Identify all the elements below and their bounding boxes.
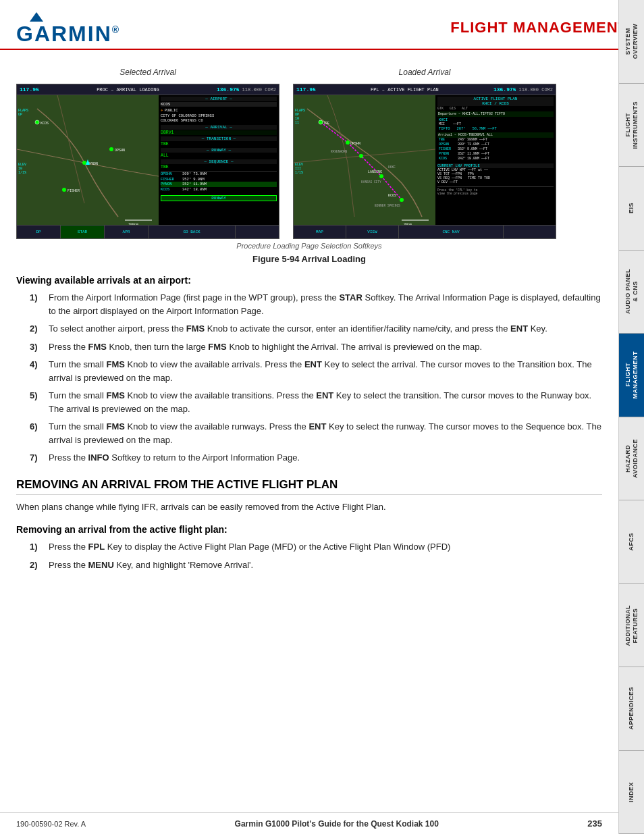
sidebar-tab-afcs[interactable]: AFCS bbox=[619, 500, 644, 584]
step-1: 1) From the Airport Information Page (fi… bbox=[30, 291, 602, 317]
svg-point-15 bbox=[346, 140, 350, 145]
sidebar-tab-eis[interactable]: EIS bbox=[619, 167, 644, 251]
left-screenshot-label: Selected Arrival bbox=[16, 66, 279, 77]
svg-text:OPSHN: OPSHN bbox=[350, 142, 360, 146]
svg-text:KCOS: KCOS bbox=[41, 122, 49, 126]
steps-list-1: 1) From the Airport Information Page (fi… bbox=[30, 291, 602, 465]
footer-right: 235 bbox=[587, 818, 602, 829]
svg-text:KANSAS CITY: KANSAS CITY bbox=[361, 180, 381, 184]
svg-text:LANSING: LANSING bbox=[368, 170, 382, 174]
step-4: 4) Turn the small FMS Knob to view the a… bbox=[30, 358, 602, 384]
step-3: 3) Press the FMS Knob, then turn the lar… bbox=[30, 340, 602, 354]
main-content: Selected Arrival Loaded Arrival 117.95 P… bbox=[0, 50, 618, 625]
figure-caption: Figure 5-94 Arrival Loading bbox=[16, 254, 602, 264]
sidebar-tab-index[interactable]: INDEX bbox=[619, 751, 644, 835]
right-screenshot: 117.95 FPL – ACTIVE FLIGHT PLAN 136.975 … bbox=[293, 84, 556, 239]
screenshot-labels-row: Selected Arrival Loaded Arrival bbox=[16, 66, 602, 77]
step-7: 7) Press the INFO Softkey to return to t… bbox=[30, 451, 602, 465]
svg-point-17 bbox=[359, 154, 363, 158]
svg-text:RAVENHORN: RAVENHORN bbox=[331, 150, 348, 153]
footer-left: 190-00590-02 Rev. A bbox=[16, 820, 86, 828]
svg-text:OPSHN: OPSHN bbox=[115, 149, 125, 153]
step-6: 6) Turn the small FMS Knob to view the a… bbox=[30, 420, 602, 446]
svg-text:BONNER SPRINGS: BONNER SPRINGS bbox=[375, 204, 400, 207]
svg-text:TBE: TBE bbox=[323, 122, 329, 126]
right-screenshot-label: Loaded Arrival bbox=[293, 66, 556, 77]
right-sidebar: SYSTEMOVERVIEW FLIGHTINSTRUMENTS EIS AUD… bbox=[618, 0, 644, 834]
svg-text:KKKC: KKKC bbox=[388, 165, 396, 169]
sidebar-tab-system-overview[interactable]: SYSTEMOVERVIEW bbox=[619, 0, 644, 84]
section2-body: When plans change while flying IFR, arri… bbox=[16, 500, 602, 514]
left-gscreen: 117.95 PROC – ARRIVAL LOADING 136.975 11… bbox=[17, 84, 279, 238]
page-title: FLIGHT MANAGEMENT bbox=[450, 12, 628, 36]
footer-center: Garmin G1000 Pilot's Guide for the Quest… bbox=[235, 819, 439, 829]
svg-point-3 bbox=[82, 161, 86, 165]
garmin-logo: GARMIN® bbox=[16, 12, 120, 45]
sidebar-tab-additional-features[interactable]: ADDITIONALFEATURES bbox=[619, 584, 644, 668]
step-2-1: 1) Press the FPL Key to display the Acti… bbox=[30, 540, 602, 554]
page-header: GARMIN® FLIGHT MANAGEMENT bbox=[0, 0, 644, 50]
sidebar-tab-hazard-avoidance[interactable]: HAZARDAVOIDANCE bbox=[619, 417, 644, 501]
svg-point-13 bbox=[319, 120, 323, 124]
left-screenshot: 117.95 PROC – ARRIVAL LOADING 136.975 11… bbox=[16, 84, 279, 239]
garmin-triangle-icon bbox=[30, 12, 43, 22]
svg-point-20 bbox=[400, 198, 404, 202]
sidebar-tab-audio-panel[interactable]: AUDIO PANEL& CNS bbox=[619, 251, 644, 334]
sidebar-tab-flight-management[interactable]: FLIGHTMANAGEMENT bbox=[619, 334, 644, 417]
svg-text:FISHER: FISHER bbox=[68, 189, 80, 193]
sidebar-tab-flight-instruments[interactable]: FLIGHTINSTRUMENTS bbox=[619, 84, 644, 167]
section1-heading: Viewing available arrivals at an airport… bbox=[16, 275, 602, 286]
steps-list-2: 1) Press the FPL Key to display the Acti… bbox=[30, 540, 602, 571]
svg-point-18 bbox=[379, 174, 383, 178]
svg-point-1 bbox=[35, 120, 39, 124]
page-footer: 190-00590-02 Rev. A Garmin G1000 Pilot's… bbox=[0, 812, 618, 834]
svg-point-5 bbox=[62, 188, 66, 192]
step-2: 2) To select another airport, press the … bbox=[30, 322, 602, 336]
section2-heading: REMOVING AN ARRIVAL FROM THE ACTIVE FLIG… bbox=[16, 478, 602, 495]
sub-caption: Procedure Loading Page Selection Softkey… bbox=[16, 242, 602, 250]
step-2-2: 2) Press the MENU Key, and highlight 'Re… bbox=[30, 558, 602, 572]
svg-text:KCOS: KCOS bbox=[388, 194, 396, 198]
screenshots-area: 117.95 PROC – ARRIVAL LOADING 136.975 11… bbox=[16, 84, 602, 239]
step-5: 5) Turn the small FMS Knob to view the a… bbox=[30, 389, 602, 415]
garmin-logo-text: GARMIN® bbox=[16, 23, 120, 45]
sidebar-tab-appendices[interactable]: APPENDICES bbox=[619, 667, 644, 751]
right-gscreen: 117.95 FPL – ACTIVE FLIGHT PLAN 136.975 … bbox=[294, 84, 556, 238]
svg-point-7 bbox=[109, 147, 113, 151]
section2-sub-heading: Removing an arrival from the active flig… bbox=[16, 524, 602, 535]
